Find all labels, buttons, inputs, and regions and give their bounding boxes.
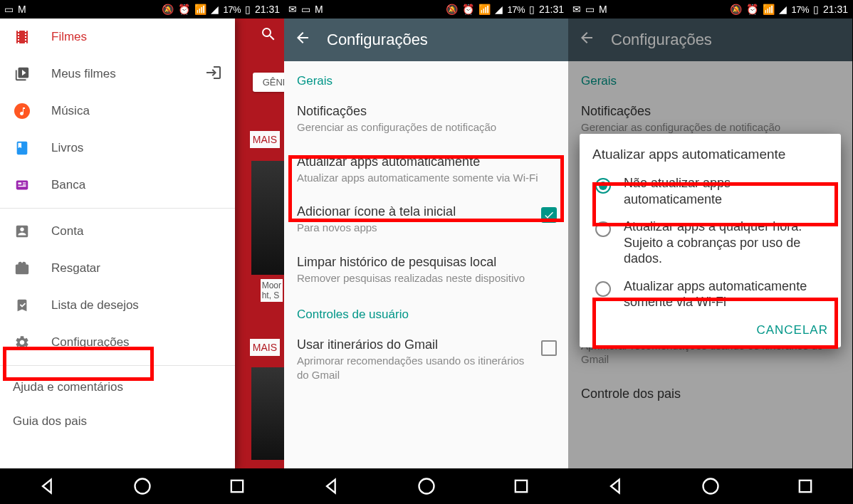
- battery-percent: 17%: [223, 4, 241, 15]
- navigation-drawer: Filmes Meus filmes Música Livros Banca C…: [0, 19, 235, 468]
- battery-icon: ▯: [813, 4, 819, 15]
- drawer-item-settings[interactable]: Configurações: [0, 324, 235, 361]
- signal-icon: ◢: [495, 4, 503, 15]
- svg-point-8: [419, 479, 434, 494]
- setting-title: Usar itinerários do Gmail: [297, 337, 555, 352]
- book-icon: [13, 139, 31, 157]
- nav-back-button[interactable]: [606, 476, 626, 496]
- poster-caption: Moor ht, S: [261, 279, 283, 302]
- drawer-item-books[interactable]: Livros: [0, 130, 235, 167]
- setting-subtitle: Remover pesquisas realizadas neste dispo…: [297, 271, 555, 285]
- mute-icon: 🔕: [162, 4, 174, 15]
- section-header-user: Controles de usuário: [284, 295, 568, 327]
- drawer-label: Banca: [51, 178, 85, 192]
- battery-icon: ▯: [529, 4, 535, 15]
- settings-item-notifications[interactable]: Notificações Gerenciar as configurações …: [284, 94, 568, 145]
- checkbox-unchecked-icon[interactable]: [541, 340, 557, 356]
- more-link[interactable]: MAIS: [250, 131, 280, 148]
- screenshot-icon: ▭: [4, 4, 14, 15]
- screenshot-icon: ▭: [585, 4, 595, 15]
- checkbox-checked-icon[interactable]: [541, 207, 557, 223]
- drawer-item-movies[interactable]: Filmes: [0, 19, 235, 56]
- appbar-title: Configurações: [327, 31, 428, 49]
- drawer-item-account[interactable]: Conta: [0, 213, 235, 250]
- dialog-actions: CANCELAR: [592, 316, 835, 342]
- radio-option-do-not-auto-update[interactable]: Não atualizar apps automaticamente: [592, 169, 835, 213]
- more-link[interactable]: MAIS: [250, 339, 280, 356]
- status-bar: ▭ M 🔕 ⏰ 📶 ◢ 17% ▯ 21:31: [0, 0, 284, 19]
- setting-title: Limpar histórico de pesquisas local: [297, 255, 555, 270]
- status-bar: ✉ ▭ M 🔕 ⏰ 📶 ◢ 17% ▯ 21:31: [284, 0, 568, 19]
- android-nav-bar: [568, 468, 852, 504]
- drawer-item-music[interactable]: Música: [0, 93, 235, 130]
- back-arrow-icon[interactable]: [294, 29, 311, 51]
- radio-label: Não atualizar apps automaticamente: [624, 175, 832, 207]
- mail-icon: ✉: [288, 4, 297, 15]
- drawer-label: Filmes: [51, 30, 87, 44]
- svg-rect-11: [799, 481, 810, 492]
- nav-recent-button[interactable]: [511, 476, 531, 496]
- movie-poster[interactable]: [251, 161, 284, 275]
- gmail-icon: M: [18, 4, 26, 15]
- app-bar: Configurações: [284, 19, 568, 61]
- battery-percent: 17%: [507, 4, 525, 15]
- settings-item-clear-history[interactable]: Limpar histórico de pesquisas local Remo…: [284, 245, 568, 295]
- radio-option-auto-update-wifi-only[interactable]: Atualizar apps automaticamente somente v…: [592, 273, 835, 316]
- drawer-item-wishlist[interactable]: Lista de desejos: [0, 287, 235, 324]
- settings-item-add-icon[interactable]: Adicionar ícone à tela inicial Para novo…: [284, 194, 568, 245]
- drawer-label: Lista de desejos: [51, 298, 139, 313]
- setting-title: Atualizar apps automaticamente: [297, 154, 555, 169]
- divider: [0, 365, 235, 366]
- radio-selected-icon: [595, 178, 611, 194]
- cancel-button[interactable]: CANCELAR: [756, 323, 828, 337]
- phone-screenshot-3: ✉ ▭ M 🔕 ⏰ 📶 ◢ 17% ▯ 21:31 Configurações …: [568, 0, 852, 504]
- svg-point-6: [135, 479, 150, 494]
- drawer-item-help[interactable]: Ajuda e comentários: [0, 370, 235, 404]
- screenshot-icon: ▭: [301, 4, 310, 15]
- gmail-icon: M: [599, 4, 607, 15]
- settings-list[interactable]: Gerais Notificações Gerenciar as configu…: [284, 61, 568, 468]
- drawer-item-redeem[interactable]: Resgatar: [0, 250, 235, 287]
- wifi-icon: 📶: [194, 4, 206, 15]
- nav-home-button[interactable]: [132, 476, 152, 496]
- mute-icon: 🔕: [730, 4, 742, 15]
- svg-rect-5: [19, 186, 26, 187]
- mute-icon: 🔕: [446, 4, 458, 15]
- settings-item-gmail-itineraries[interactable]: Usar itinerários do Gmail Aprimorar reco…: [284, 327, 568, 392]
- signin-icon: [205, 64, 222, 85]
- svg-point-10: [703, 479, 718, 494]
- battery-icon: ▯: [245, 4, 251, 15]
- redeem-icon: [13, 259, 31, 278]
- news-icon: [13, 176, 31, 194]
- signal-icon: ◢: [211, 4, 219, 15]
- nav-back-button[interactable]: [38, 476, 58, 496]
- genre-chip[interactable]: GÊNERO: [253, 73, 284, 92]
- android-nav-bar: [284, 468, 568, 504]
- drawer-label: Configurações: [51, 335, 130, 350]
- mail-icon: ✉: [572, 4, 581, 15]
- radio-label: Atualizar apps a qualquer hora. Sujeito …: [624, 219, 832, 267]
- svg-rect-9: [515, 481, 526, 492]
- movie-poster[interactable]: [251, 367, 284, 460]
- alarm-icon: ⏰: [746, 4, 758, 15]
- search-icon[interactable]: [260, 26, 277, 46]
- radio-option-auto-update-any-time[interactable]: Atualizar apps a qualquer hora. Sujeito …: [592, 213, 835, 273]
- setting-subtitle: Para novos apps: [297, 221, 555, 235]
- drawer-label: Resgatar: [51, 261, 100, 275]
- nav-home-button[interactable]: [701, 476, 721, 496]
- nav-recent-button[interactable]: [227, 476, 247, 496]
- drawer-item-my-movies[interactable]: Meus filmes: [0, 56, 235, 93]
- signal-icon: ◢: [779, 4, 787, 15]
- svg-rect-2: [19, 182, 22, 184]
- nav-back-button[interactable]: [322, 476, 342, 496]
- svg-rect-4: [23, 184, 26, 185]
- drawer-item-newsstand[interactable]: Banca: [0, 167, 235, 204]
- nav-home-button[interactable]: [417, 476, 436, 496]
- nav-recent-button[interactable]: [795, 476, 815, 496]
- svg-rect-1: [16, 181, 28, 190]
- clock-text: 21:31: [823, 4, 848, 15]
- drawer-item-parent-guide[interactable]: Guia dos pais: [0, 404, 235, 439]
- alarm-icon: ⏰: [462, 4, 474, 15]
- settings-item-auto-update[interactable]: Atualizar apps automaticamente Atualizar…: [284, 145, 568, 195]
- library-icon: [13, 65, 31, 83]
